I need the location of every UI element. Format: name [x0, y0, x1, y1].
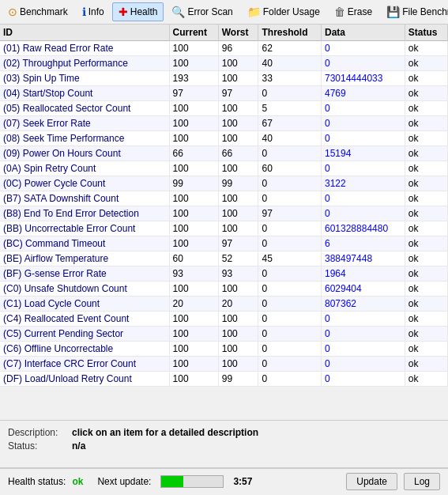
cell-id: (C6) Offline Uncorrectable	[0, 342, 169, 357]
table-row[interactable]: (C7) Interface CRC Error Count10010000ok	[0, 357, 448, 372]
cell-current: 100	[169, 101, 218, 116]
cell-data: 0	[322, 116, 405, 131]
cell-current: 100	[169, 161, 218, 176]
cell-threshold: 0	[258, 327, 322, 342]
cell-data: 0	[322, 41, 405, 56]
col-threshold: Threshold	[258, 25, 322, 41]
cell-status: ok	[405, 161, 447, 176]
cell-status: ok	[405, 131, 447, 146]
cell-status: ok	[405, 372, 447, 387]
info-icon: ℹ	[82, 6, 86, 18]
cell-status: ok	[405, 176, 447, 191]
cell-current: 66	[169, 146, 218, 161]
file-benchmark-icon: 💾	[386, 6, 400, 18]
cell-id: (C0) Unsafe Shutdown Count	[0, 282, 169, 297]
table-row[interactable]: (01) Raw Read Error Rate10096620ok	[0, 41, 448, 56]
table-header-row: ID Current Worst Threshold Data Status	[0, 25, 448, 41]
cell-worst: 99	[218, 372, 258, 387]
toolbar-btn-file-benchmark-label: File Benchmark	[402, 6, 448, 17]
table-row[interactable]: (B8) End To End Error Detection100100970…	[0, 206, 448, 221]
cell-current: 100	[169, 282, 218, 297]
table-row[interactable]: (BE) Airflow Temperature605245388497448o…	[0, 251, 448, 266]
table-row[interactable]: (0C) Power Cycle Count999903122ok	[0, 176, 448, 191]
table-row[interactable]: (BF) G-sense Error Rate939301964ok	[0, 266, 448, 282]
status-label: Status:	[8, 440, 67, 452]
toolbar-btn-info[interactable]: ℹInfo	[76, 2, 111, 21]
cell-data: 0	[322, 327, 405, 342]
table-row[interactable]: (04) Start/Stop Count979704769ok	[0, 86, 448, 101]
cell-worst: 66	[218, 146, 258, 161]
cell-threshold: 0	[258, 297, 322, 312]
cell-id: (0A) Spin Retry Count	[0, 161, 169, 176]
cell-status: ok	[405, 251, 447, 266]
cell-data: 0	[322, 56, 405, 71]
cell-current: 100	[169, 221, 218, 236]
health-icon: ✚	[119, 6, 128, 18]
toolbar-btn-folder-usage[interactable]: 📁Folder Usage	[241, 2, 326, 21]
cell-current: 100	[169, 56, 218, 71]
cell-threshold: 97	[258, 206, 322, 221]
cell-status: ok	[405, 71, 447, 86]
table-row[interactable]: (0A) Spin Retry Count100100600ok	[0, 161, 448, 176]
cell-current: 100	[169, 41, 218, 56]
cell-current: 100	[169, 236, 218, 251]
cell-worst: 52	[218, 251, 258, 266]
toolbar-btn-health[interactable]: ✚Health	[112, 2, 164, 21]
cell-threshold: 60	[258, 161, 322, 176]
table-row[interactable]: (03) Spin Up Time1931003373014444033ok	[0, 71, 448, 86]
cell-worst: 97	[218, 86, 258, 101]
cell-id: (07) Seek Error Rate	[0, 116, 169, 131]
cell-id: (C4) Reallocated Event Count	[0, 312, 169, 327]
table-row[interactable]: (09) Power On Hours Count6666015194ok	[0, 146, 448, 161]
cell-worst: 20	[218, 297, 258, 312]
cell-status: ok	[405, 146, 447, 161]
table-row[interactable]: (BB) Uncorrectable Error Count1001000601…	[0, 221, 448, 236]
cell-status: ok	[405, 221, 447, 236]
cell-status: ok	[405, 312, 447, 327]
table-row[interactable]: (07) Seek Error Rate100100670ok	[0, 116, 448, 131]
table-row[interactable]: (C5) Current Pending Sector10010000ok	[0, 327, 448, 342]
cell-data: 0	[322, 161, 405, 176]
cell-data: 0	[322, 372, 405, 387]
cell-id: (BF) G-sense Error Rate	[0, 266, 169, 282]
cell-worst: 100	[218, 357, 258, 372]
update-button[interactable]: Update	[346, 473, 397, 490]
cell-status: ok	[405, 86, 447, 101]
cell-status: ok	[405, 191, 447, 206]
table-row[interactable]: (C0) Unsafe Shutdown Count10010006029404…	[0, 282, 448, 297]
toolbar-btn-error-scan[interactable]: 🔍Error Scan	[165, 2, 239, 21]
table-row[interactable]: (DF) Load/Unload Retry Count1009900ok	[0, 372, 448, 387]
table-row[interactable]: (C1) Load Cycle Count20200807362ok	[0, 297, 448, 312]
cell-id: (B7) SATA Downshift Count	[0, 191, 169, 206]
table-row[interactable]: (B7) SATA Downshift Count10010000ok	[0, 191, 448, 206]
cell-id: (03) Spin Up Time	[0, 71, 169, 86]
toolbar-btn-error-scan-label: Error Scan	[187, 6, 232, 17]
table-row[interactable]: (08) Seek Time Performance100100400ok	[0, 131, 448, 146]
toolbar-btn-erase[interactable]: 🗑Erase	[328, 2, 378, 21]
progress-bar-container	[160, 475, 224, 488]
toolbar: ⊙BenchmarkℹInfo✚Health🔍Error Scan📁Folder…	[0, 0, 448, 25]
smart-table-area[interactable]: ID Current Worst Threshold Data Status (…	[0, 25, 448, 421]
cell-worst: 100	[218, 312, 258, 327]
cell-id: (B8) End To End Error Detection	[0, 206, 169, 221]
log-button[interactable]: Log	[404, 473, 440, 490]
table-row[interactable]: (C4) Reallocated Event Count10010000ok	[0, 312, 448, 327]
table-row[interactable]: (05) Reallocated Sector Count10010050ok	[0, 101, 448, 116]
erase-icon: 🗑	[334, 6, 345, 18]
table-row[interactable]: (BC) Command Timeout1009706ok	[0, 236, 448, 251]
cell-id: (01) Raw Read Error Rate	[0, 41, 169, 56]
cell-threshold: 0	[258, 221, 322, 236]
cell-threshold: 0	[258, 86, 322, 101]
progress-bar-fill	[161, 476, 183, 487]
cell-worst: 100	[218, 342, 258, 357]
table-row[interactable]: (02) Throughput Performance100100400ok	[0, 56, 448, 71]
cell-worst: 100	[218, 191, 258, 206]
folder-usage-icon: 📁	[247, 6, 261, 18]
cell-id: (BC) Command Timeout	[0, 236, 169, 251]
cell-threshold: 0	[258, 342, 322, 357]
table-row[interactable]: (C6) Offline Uncorrectable10010000ok	[0, 342, 448, 357]
cell-status: ok	[405, 236, 447, 251]
toolbar-btn-file-benchmark[interactable]: 💾File Benchmark	[380, 2, 448, 21]
cell-current: 100	[169, 131, 218, 146]
toolbar-btn-benchmark[interactable]: ⊙Benchmark	[2, 2, 74, 21]
